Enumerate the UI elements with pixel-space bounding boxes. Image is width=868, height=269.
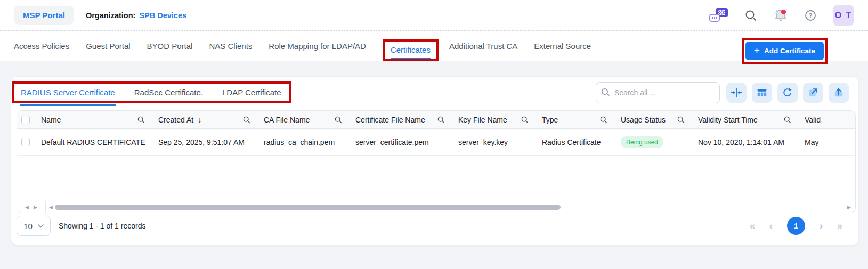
certificates-card: RADIUS Server Certificate RadSec Certifi…: [11, 76, 859, 246]
msp-portal-button[interactable]: MSP Portal: [14, 6, 74, 25]
fit-columns-button[interactable]: [726, 83, 747, 103]
column-header-name[interactable]: Name: [34, 111, 151, 128]
column-header-certificate-file-name[interactable]: Certificate File Name: [348, 111, 451, 128]
pagination-bar: 10 Showing 1 - 1 of 1 records « ‹ 1 › »: [17, 216, 842, 236]
current-page-button[interactable]: 1: [787, 217, 805, 235]
row-select-cell: [17, 129, 34, 155]
column-label: Type: [542, 116, 558, 124]
table-horizontal-scrollbar: ◀ ▶ ◀ ▶: [17, 201, 855, 213]
card-toolbar-row: RADIUS Server Certificate RadSec Certifi…: [12, 81, 849, 103]
scroll-step-left-icon[interactable]: ◀: [49, 205, 53, 210]
organization-label: Organization:: [86, 11, 135, 20]
scroll-page-left-icon[interactable]: ◀: [25, 205, 29, 210]
column-search-icon[interactable]: [521, 116, 529, 124]
active-subtab-underline: [20, 104, 116, 106]
table-tools: [596, 82, 849, 103]
page-size-select[interactable]: 10: [17, 216, 51, 236]
select-all-checkbox[interactable]: [21, 116, 30, 124]
tab-certificates-active[interactable]: Certificates: [391, 45, 431, 59]
column-search-icon[interactable]: [137, 116, 145, 124]
column-search-icon[interactable]: [784, 116, 791, 124]
user-avatar[interactable]: O T: [833, 5, 854, 26]
tab-external-source[interactable]: External Source: [534, 42, 591, 51]
cell-ca-file-name: radius_ca_chain.pem: [257, 129, 348, 155]
column-header-key-file-name[interactable]: Key File Name: [451, 111, 535, 128]
refresh-button[interactable]: [777, 83, 798, 103]
scrollbar-thumb[interactable]: [55, 205, 561, 210]
search-all-box: [596, 82, 720, 103]
certificates-table: Name Created At ↓ CA File Name Certifica…: [17, 110, 856, 213]
status-badge: Being used: [621, 136, 663, 148]
column-label: Name: [41, 116, 61, 124]
column-label: Key File Name: [458, 116, 507, 124]
scroll-step-right-icon[interactable]: ▶: [847, 205, 851, 210]
previous-page-icon[interactable]: ‹: [769, 221, 773, 231]
cell-type: Radius Certificate: [535, 129, 614, 155]
main-tab-bar: Access Policies Guest Portal BYOD Portal…: [0, 30, 868, 61]
table-header-row: Name Created At ↓ CA File Name Certifica…: [17, 111, 855, 129]
next-page-icon[interactable]: ›: [820, 221, 823, 231]
column-header-type[interactable]: Type: [535, 111, 614, 128]
cell-key-file-name: server_key.key: [451, 129, 535, 155]
tab-additional-trust-ca[interactable]: Additional Trust CA: [449, 42, 517, 51]
column-search-icon[interactable]: [335, 116, 342, 124]
export-button[interactable]: [803, 83, 823, 103]
page-size-value: 10: [23, 222, 33, 231]
cell-name: Default RADIUS CERTIFICATE: [34, 129, 151, 155]
column-header-validity-start-time[interactable]: Validity Start Time: [691, 111, 798, 128]
column-label: Usage Status: [621, 116, 666, 124]
header-icons: ? O T: [709, 5, 854, 26]
row-checkbox[interactable]: [21, 138, 30, 146]
column-search-icon[interactable]: [243, 116, 250, 124]
sort-desc-icon[interactable]: ↓: [198, 116, 201, 124]
notifications-bell-icon[interactable]: [773, 8, 788, 23]
scroll-nav-buttons: ◀ ▶: [17, 201, 46, 213]
column-label: Validity Start Time: [698, 116, 758, 124]
column-label: CA File Name: [264, 116, 310, 124]
cell-created-at: Sep 25, 2025, 9:51:07 AM: [151, 129, 257, 155]
tab-byod-portal[interactable]: BYOD Portal: [147, 42, 193, 51]
scroll-page-right-icon[interactable]: ▶: [34, 205, 37, 210]
column-header-created-at[interactable]: Created At ↓: [151, 111, 257, 128]
upload-button[interactable]: [829, 83, 849, 103]
search-all-input[interactable]: [596, 82, 720, 103]
organization-name-link[interactable]: SPB Devices: [139, 11, 186, 20]
annotation-box-certificates-tab: Certificates: [383, 39, 439, 61]
help-icon[interactable]: ?: [804, 9, 817, 22]
cell-validity-end-truncated: May: [798, 129, 856, 155]
subtab-radius-server-certificate[interactable]: RADIUS Server Certificate: [21, 88, 115, 97]
search-icon[interactable]: [744, 9, 757, 22]
search-input-icon: [601, 88, 610, 99]
subtab-radsec-certificate[interactable]: RadSec Certificate.: [134, 88, 203, 97]
cell-validity-start-time: Nov 10, 2020, 1:14:01 AM: [691, 129, 798, 155]
page-navigation: « ‹ 1 › »: [750, 217, 842, 235]
tab-guest-portal[interactable]: Guest Portal: [86, 42, 130, 51]
column-search-icon[interactable]: [677, 116, 685, 124]
column-header-validity-end-truncated[interactable]: Valid: [798, 111, 856, 128]
ai-chat-assistant-icon[interactable]: [709, 7, 728, 23]
table-row[interactable]: Default RADIUS CERTIFICATE Sep 25, 2025,…: [17, 129, 855, 156]
column-header-ca-file-name[interactable]: CA File Name: [257, 111, 348, 128]
last-page-icon[interactable]: »: [837, 221, 842, 231]
select-all-cell: [17, 111, 34, 128]
plus-icon: +: [754, 45, 760, 55]
tab-role-mapping-ldap-ad[interactable]: Role Mapping for LDAP/AD: [269, 42, 366, 51]
page-content: RADIUS Server Certificate RadSec Certifi…: [0, 62, 868, 269]
column-search-icon[interactable]: [437, 116, 445, 124]
column-label: Valid: [805, 116, 821, 124]
column-label: Created At: [158, 116, 193, 124]
add-certificate-button[interactable]: + Add Certificate: [745, 42, 824, 60]
annotation-box-add-certificate: + Add Certificate: [742, 38, 828, 64]
tab-nas-clients[interactable]: NAS Clients: [209, 42, 252, 51]
column-search-icon[interactable]: [600, 116, 607, 124]
top-header: MSP Portal Organization: SPB Devices: [0, 0, 868, 30]
columns-button[interactable]: [752, 83, 772, 103]
scrollbar-track[interactable]: [55, 205, 845, 210]
column-label: Certificate File Name: [355, 116, 425, 124]
first-page-icon[interactable]: «: [750, 221, 755, 231]
cell-certificate-file-name: server_certificate.pem: [348, 129, 451, 155]
column-header-usage-status[interactable]: Usage Status: [614, 111, 691, 128]
chevron-down-icon: [38, 224, 44, 228]
tab-access-policies[interactable]: Access Policies: [14, 42, 69, 51]
subtab-ldap-certificate[interactable]: LDAP Certificate: [222, 88, 281, 97]
